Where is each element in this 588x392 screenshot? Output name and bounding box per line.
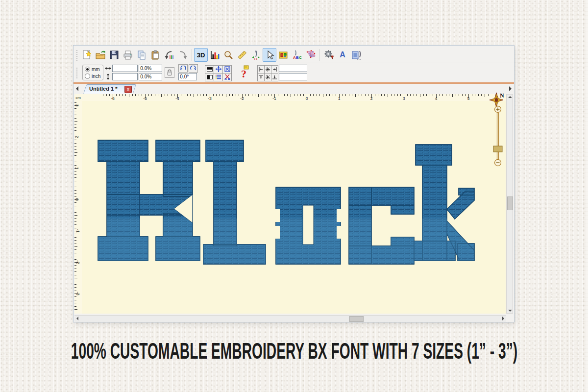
save-button[interactable] [107, 48, 121, 62]
height-icon [104, 74, 111, 80]
ruler-tick [420, 94, 420, 97]
ruler-tick [74, 284, 76, 285]
ruler-tick [74, 184, 77, 184]
zoom-slider-track[interactable] [497, 113, 499, 160]
ruler-tick [74, 162, 76, 162]
design-tools-button[interactable] [304, 48, 318, 62]
zoom-button[interactable] [221, 48, 235, 62]
print-button[interactable] [121, 48, 135, 62]
align-center-h-button[interactable] [264, 65, 271, 74]
ruler-label: -3 [75, 292, 80, 295]
ruler-unit-corner: cm [74, 94, 82, 101]
ruler-tick [232, 94, 233, 96]
width-icon [104, 65, 111, 72]
stitch-order-button[interactable] [214, 73, 223, 81]
h-position-input[interactable] [279, 65, 307, 72]
ruler-tick [426, 94, 427, 96]
ruler-tick [74, 181, 76, 181]
ruler-tick [440, 94, 440, 96]
ruler-tick [349, 94, 349, 96]
trim-button[interactable] [222, 73, 232, 81]
tab-untitled-1[interactable]: Untitled 1 * x [83, 84, 133, 94]
toolbar-grip[interactable] [76, 49, 78, 61]
export-settings-button[interactable] [322, 48, 336, 62]
align-top-button[interactable] [257, 73, 265, 81]
lettering-button[interactable]: ABC [290, 48, 304, 62]
design-canvas[interactable] [82, 101, 506, 314]
height-percent-input[interactable] [139, 73, 162, 80]
scroll-up-icon[interactable] [508, 96, 512, 98]
copy-button[interactable] [135, 48, 148, 62]
color-chart-button[interactable] [208, 48, 221, 62]
fit-window-button[interactable] [222, 65, 232, 74]
rotate-left-button[interactable] [178, 64, 188, 73]
measure-button[interactable] [235, 48, 249, 62]
open-folder-icon [95, 49, 106, 60]
3d-view-button[interactable]: 3D [194, 48, 208, 62]
align-right-button[interactable] [271, 65, 278, 74]
contrast-button[interactable] [205, 73, 214, 81]
ruler-tick [430, 94, 430, 96]
embroidery-design-Klock[interactable] [82, 101, 506, 314]
width-input[interactable] [112, 65, 138, 72]
radio-mm[interactable] [85, 67, 90, 72]
ruler-tick [181, 94, 181, 96]
zoom-slider-handle[interactable] [493, 146, 502, 152]
tab-scroll-left-icon[interactable] [76, 86, 78, 91]
ruler-label: -2 [75, 260, 80, 264]
v-position-input[interactable] [279, 73, 307, 80]
thread-palette-button[interactable] [276, 48, 290, 62]
vertical-scroll-thumb[interactable] [507, 196, 513, 210]
align-bottom-button[interactable] [271, 73, 278, 81]
save-floppy-icon [109, 49, 120, 60]
text-tool-button[interactable]: A [336, 48, 349, 62]
align-center-v-button[interactable] [264, 73, 271, 81]
ruler-tick [74, 265, 76, 266]
unit-inch-option[interactable]: inch [85, 73, 100, 79]
vertical-scrollbar[interactable] [506, 94, 513, 314]
caption-text: 100% CUSTOMABLE EMBROIDERY BX FONT WITH … [71, 337, 517, 364]
toolbar-separator [319, 49, 320, 61]
zoom-slider[interactable] [491, 105, 504, 167]
scroll-right-icon[interactable] [502, 317, 504, 320]
ruler-tick [452, 94, 453, 97]
help-button[interactable]: ? [240, 65, 249, 80]
color-bar-chart-icon [209, 49, 220, 60]
ruler-tick [74, 134, 76, 134]
letter-o-counter [303, 205, 314, 245]
rotation-input[interactable] [178, 73, 197, 80]
ruler-tick [74, 253, 76, 253]
redo-button[interactable] [176, 48, 190, 62]
new-file-button[interactable] [80, 48, 94, 62]
horizontal-scroll-thumb[interactable] [349, 316, 364, 322]
toolbar-grip[interactable] [76, 67, 78, 78]
scroll-down-icon[interactable] [508, 310, 512, 312]
unit-mm-option[interactable]: mm [85, 66, 100, 73]
document-stitch-button[interactable] [349, 48, 363, 62]
paste-button[interactable] [148, 48, 162, 62]
ruler-tick [122, 94, 123, 96]
horizontal-scrollbar[interactable] [74, 315, 506, 322]
width-percent-input[interactable] [139, 65, 162, 72]
undo-button[interactable] [162, 48, 176, 62]
stitch-simulator-button[interactable] [249, 48, 263, 62]
ruler-tick [365, 94, 366, 96]
ruler-tick [284, 94, 285, 96]
pointer-button[interactable] [263, 48, 276, 62]
lock-proportions-button[interactable] [165, 67, 174, 78]
ruler-tick [203, 94, 204, 96]
open-file-button[interactable] [94, 48, 107, 62]
tab-close-button[interactable]: x [124, 86, 132, 93]
tab-scroll-right-icon[interactable] [509, 86, 512, 91]
radio-inch[interactable] [85, 74, 90, 79]
ruler-tick [74, 112, 76, 112]
ruler-label: 0 [306, 96, 308, 101]
hoop-view-button[interactable] [205, 65, 214, 74]
height-input[interactable] [112, 73, 138, 80]
scroll-left-icon[interactable] [76, 317, 78, 320]
scissors-icon [224, 74, 230, 80]
ruler-tick [139, 94, 139, 96]
align-left-button[interactable] [257, 65, 265, 74]
center-design-button[interactable] [214, 65, 223, 74]
rotate-right-button[interactable] [189, 64, 198, 73]
